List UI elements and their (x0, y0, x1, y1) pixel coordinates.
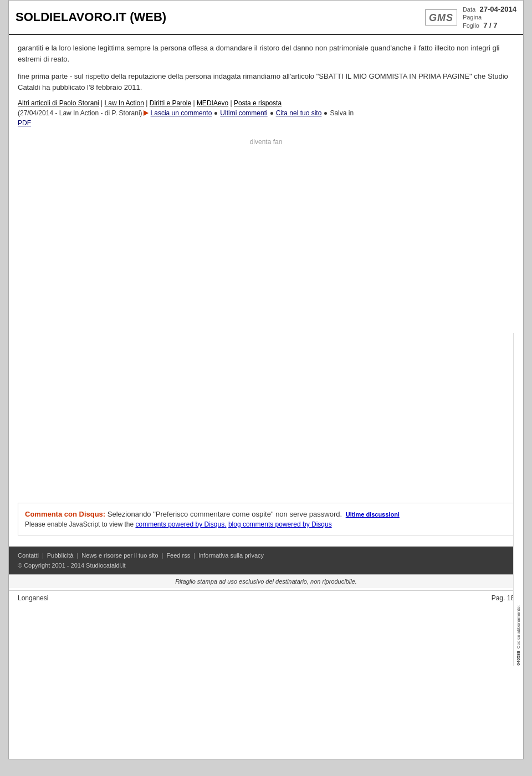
disqus-notice: Please enable JavaScript to view the com… (25, 520, 507, 528)
page-header: SOLDIELAVORO.IT (WEB) GMS Data 27-04-201… (9, 1, 523, 35)
comments-title: Commenta con Disqus: Selezionando "Prefe… (25, 510, 507, 518)
data-value: 27-04-2014 (480, 5, 517, 13)
paragraph1: garantiti e la loro lesione legittima se… (18, 43, 514, 64)
bottom-bar: Ritaglio stampa ad uso esclusivo del des… (9, 574, 523, 588)
pdf-link-anchor[interactable]: PDF (18, 119, 31, 127)
content-area: garantiti e la loro lesione legittima se… (9, 35, 523, 492)
ultime-discussioni-link[interactable]: Ultime discussioni (346, 511, 400, 518)
footer-link-informativa[interactable]: Informativa sulla privacy (198, 552, 264, 559)
link-mediaevo[interactable]: MEDIAevo (197, 99, 228, 107)
site-footer: Contatti | Pubblicità | News e risorse p… (9, 547, 523, 574)
meta-pagina-row: Pagina (463, 13, 516, 21)
copyright-text: © Copyright 2001 - 2014 Studiocataldi.it (18, 562, 514, 569)
page-nav-left: Longanesi (18, 594, 48, 602)
bullet1 (214, 112, 217, 115)
article-links: Altri articoli di Paolo Storani | Law In… (18, 99, 514, 107)
data-label: Data (463, 6, 475, 13)
link-cita-nel-tuo-sito[interactable]: Cita nel tuo sito (276, 109, 322, 117)
cms-text: GMS (429, 12, 453, 23)
link-lascia-commento[interactable]: Lascia un commento (151, 109, 212, 117)
codice-abbonamento-label: Codice abbonamento: (516, 605, 521, 649)
header-meta: Data 27-04-2014 Pagina Foglio 7 / 7 (463, 5, 516, 29)
disqus-notice-text: Please enable JavaScript to view the (25, 520, 134, 528)
empty-area (18, 151, 514, 484)
footer-links: Contatti | Pubblicità | News e risorse p… (18, 552, 514, 559)
bullet3 (324, 112, 327, 115)
codice-abbonamento-value: 040588 (516, 651, 521, 666)
meta-data-row: Data 27-04-2014 (463, 5, 516, 13)
foglio-label: Foglio (463, 22, 479, 29)
diventa-fan: diventa fan (18, 132, 514, 151)
article-meta: (27/04/2014 - Law In Action - di P. Stor… (18, 109, 514, 117)
link-blog-comments[interactable]: blog comments powered by Disqus (228, 520, 332, 528)
foglio-value: 7 / 7 (483, 21, 497, 29)
cms-logo: GMS (425, 9, 457, 25)
bottom-bar-text: Ritaglio stampa ad uso esclusivo del des… (175, 578, 357, 585)
diventa-fan-text: diventa fan (250, 138, 283, 146)
salva-in-label: Salva in (330, 109, 354, 117)
sidebar-vertical: Codice abbonamento: 040588 (513, 333, 523, 666)
pdf-link: PDF (18, 119, 514, 127)
comments-box: Commenta con Disqus: Selezionando "Prefe… (18, 503, 514, 535)
footer-link-feed[interactable]: Feed rss (166, 552, 190, 559)
page-wrapper: SOLDIELAVORO.IT (WEB) GMS Data 27-04-201… (8, 0, 524, 759)
pagina-label: Pagina (463, 14, 482, 21)
page-nav-right: Pag. 18 (492, 594, 514, 602)
bullet2 (270, 112, 273, 115)
link-comments-powered[interactable]: comments powered by Disqus. (135, 520, 226, 528)
page-footer-nav: Longanesi Pag. 18 (9, 590, 523, 605)
site-title: SOLDIELAVORO.IT (WEB) (16, 10, 425, 24)
link-altri-articoli[interactable]: Altri articoli di Paolo Storani (18, 99, 99, 107)
footer-link-pubblicita[interactable]: Pubblicità (47, 552, 74, 559)
commenta-label: Commenta con Disqus: (25, 510, 105, 518)
play-icon (144, 110, 149, 116)
meta-foglio-row: Foglio 7 / 7 (463, 21, 516, 29)
link-law-in-action[interactable]: Law In Action (105, 99, 144, 107)
link-diritti-e-parole[interactable]: Diritti e Parole (150, 99, 191, 107)
paragraph2: fine prima parte - sul rispetto della re… (18, 71, 514, 93)
article-date: (27/04/2014 - Law In Action - di P. Stor… (18, 109, 142, 117)
link-ultimi-commenti[interactable]: Ultimi commenti (220, 109, 267, 117)
commenta-description: Selezionando "Preferisco commentare come… (108, 510, 342, 518)
link-posta-risposta[interactable]: Posta e risposta (234, 99, 282, 107)
footer-link-contatti[interactable]: Contatti (18, 552, 39, 559)
footer-link-news[interactable]: News e risorse per il tuo sito (81, 552, 158, 559)
